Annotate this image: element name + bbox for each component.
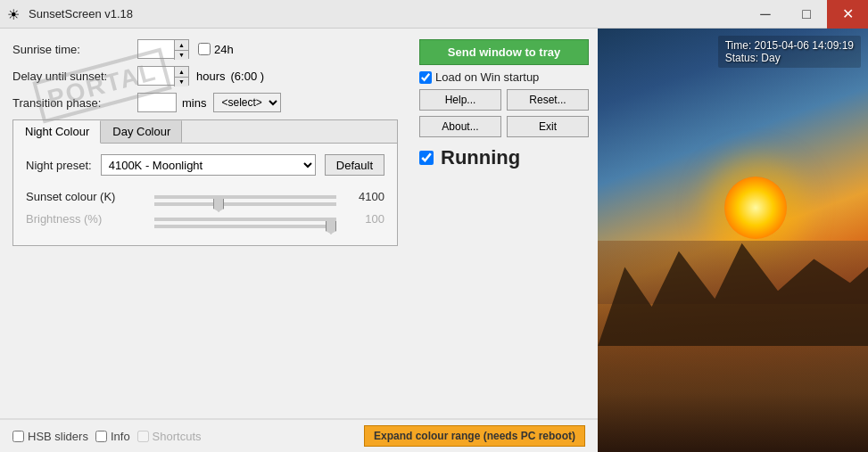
reset-button[interactable]: Reset... xyxy=(507,89,589,111)
sunrise-row: Sunrise time: 6:00 ▲ ▼ 24h xyxy=(12,39,398,59)
brightness-value: 100 xyxy=(349,212,384,226)
shortcuts-checkbox[interactable] xyxy=(137,431,149,442)
sunrise-label: Sunrise time: xyxy=(12,43,137,56)
mountains-svg xyxy=(598,219,868,347)
transition-input[interactable]: 60 xyxy=(137,93,177,112)
tab-day-colour[interactable]: Day Colour xyxy=(101,120,182,143)
delay-down-arrow[interactable]: ▼ xyxy=(175,78,188,87)
svg-marker-0 xyxy=(598,242,868,346)
preset-label: Night preset: xyxy=(26,159,92,172)
sunset-colour-row: Sunset colour (K) 4100 xyxy=(26,190,384,203)
app-icon: ☀ xyxy=(7,6,23,22)
tab-header: Night Colour Day Colour xyxy=(13,120,397,144)
sunset-colour-label: Sunset colour (K) xyxy=(26,190,142,203)
delay-spinbox[interactable]: 12 ▲ ▼ xyxy=(137,66,189,86)
running-label: Running xyxy=(441,146,520,169)
status-display: Status: Day xyxy=(725,52,854,64)
running-checkbox[interactable] xyxy=(419,151,434,165)
settings-panel: Sunrise time: 6:00 ▲ ▼ 24h Delay until s… xyxy=(0,29,410,452)
default-button[interactable]: Default xyxy=(325,154,384,176)
bottom-bar: HSB sliders Info Shortcuts Expand colour… xyxy=(0,418,598,452)
delay-label: Delay until sunset: xyxy=(12,70,137,83)
right-controls: Send window to tray Load on Win startup … xyxy=(410,29,598,452)
about-exit-row: About... Exit xyxy=(419,116,589,137)
help-button[interactable]: Help... xyxy=(419,89,501,111)
window-title: SunsetScreen v1.18 xyxy=(29,7,133,21)
sunset-image-panel: Time: 2015-04-06 14:09:19 Status: Day xyxy=(598,29,868,452)
delay-suffix: (6:00 ) xyxy=(231,70,265,83)
load-startup-checkbox[interactable] xyxy=(419,71,432,84)
sunset-colour-value: 4100 xyxy=(349,190,384,203)
tab-night-colour[interactable]: Night Colour xyxy=(13,120,101,144)
delay-row: Delay until sunset: 12 ▲ ▼ hours (6:00 ) xyxy=(12,66,398,86)
brightness-label: Brightness (%) xyxy=(26,212,142,226)
hsb-sliders-checkbox[interactable] xyxy=(12,431,24,442)
brightness-track xyxy=(154,218,336,221)
preset-row: Night preset: 4100K - Moonlight Default xyxy=(26,154,384,176)
sunrise-down-arrow[interactable]: ▼ xyxy=(175,51,188,61)
send-to-tray-button[interactable]: Send window to tray xyxy=(419,39,589,65)
exit-button[interactable]: Exit xyxy=(507,116,589,137)
title-bar: ☀ SunsetScreen v1.18 ─ □ ✕ xyxy=(0,0,868,29)
sunset-colour-track xyxy=(154,195,336,199)
preset-select[interactable]: 4100K - Moonlight xyxy=(101,154,316,176)
transition-row: Transition phase: 60 mins <select> xyxy=(12,93,398,112)
load-startup-row: Load on Win startup xyxy=(419,70,589,84)
shortcuts-label: Shortcuts xyxy=(153,430,202,443)
transition-unit: mins xyxy=(182,96,206,110)
delay-input[interactable]: 12 xyxy=(142,70,178,83)
shortcuts-item: Shortcuts xyxy=(137,430,202,443)
sunset-colour-slider[interactable] xyxy=(154,202,336,206)
brightness-slider[interactable] xyxy=(154,225,336,228)
transition-label: Transition phase: xyxy=(12,96,137,110)
expand-colour-range-button[interactable]: Expand colour range (needs PC reboot) xyxy=(364,425,585,447)
sunrise-up-arrow[interactable]: ▲ xyxy=(175,40,188,51)
checkbox-24h[interactable] xyxy=(198,43,211,55)
time-display: Time: 2015-04-06 14:09:19 xyxy=(725,39,854,52)
label-24h: 24h xyxy=(214,43,234,56)
delay-unit: hours xyxy=(196,70,226,83)
maximize-button[interactable]: □ xyxy=(786,0,827,29)
help-reset-row: Help... Reset... xyxy=(419,89,589,111)
info-checkbox[interactable] xyxy=(95,431,107,442)
about-button[interactable]: About... xyxy=(419,116,501,137)
sunrise-spinbox[interactable]: 6:00 ▲ ▼ xyxy=(137,39,189,59)
info-item: Info xyxy=(95,430,130,443)
sunrise-input[interactable]: 6:00 xyxy=(142,43,178,56)
tab-panel: Night Colour Day Colour Night preset: 41… xyxy=(12,119,398,246)
transition-select[interactable]: <select> xyxy=(213,93,281,112)
running-row: Running xyxy=(419,146,589,169)
hsb-sliders-item: HSB sliders xyxy=(12,430,88,443)
info-label: Info xyxy=(111,430,130,443)
info-overlay: Time: 2015-04-06 14:09:19 Status: Day xyxy=(718,36,861,68)
minimize-button[interactable]: ─ xyxy=(745,0,786,29)
load-startup-label: Load on Win startup xyxy=(435,70,539,84)
tab-night-content: Night preset: 4100K - Moonlight Default … xyxy=(13,144,397,245)
hsb-sliders-label: HSB sliders xyxy=(28,430,88,443)
close-button[interactable]: ✕ xyxy=(827,0,868,29)
delay-up-arrow[interactable]: ▲ xyxy=(175,67,188,78)
brightness-row: Brightness (%) 100 xyxy=(26,212,384,226)
